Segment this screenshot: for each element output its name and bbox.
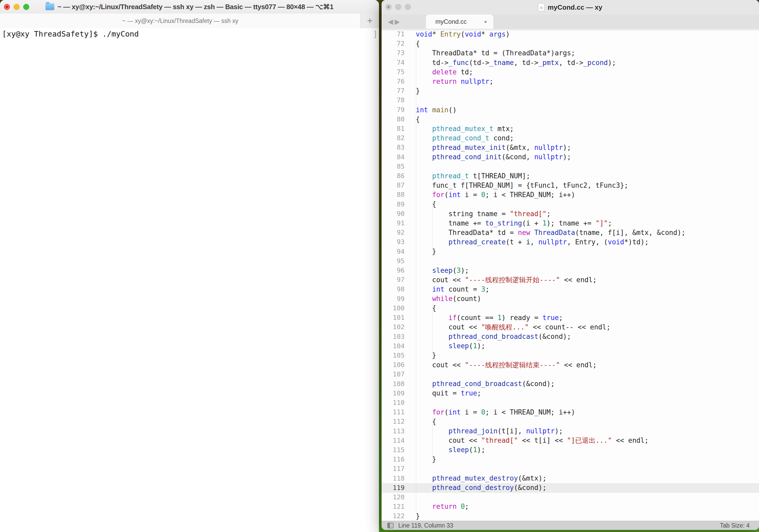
plus-icon: +	[367, 16, 373, 26]
terminal-tab[interactable]: ~ — xy@xy:~/Linux/ThreadSafety — ssh xy	[0, 14, 361, 28]
code-line: {	[416, 303, 685, 313]
editor-tab-label: myCond.cc	[426, 18, 467, 25]
code-line: }	[416, 247, 685, 256]
forward-icon[interactable]: ▶	[395, 18, 400, 26]
line-number: 98	[381, 285, 405, 294]
code-line: if(count == 1) ready = true;	[416, 313, 685, 322]
editor-tab[interactable]: myCond.cc ●	[426, 15, 493, 29]
back-icon[interactable]: ◀	[388, 18, 393, 26]
editor-window-title: myCond.cc — xy	[547, 3, 602, 12]
document-icon: s	[538, 3, 544, 11]
line-number: 74	[381, 58, 405, 67]
code-line: {	[416, 199, 685, 209]
panel-toggle-icon[interactable]	[387, 523, 394, 528]
code-line	[416, 370, 685, 379]
code-line: return nullptr;	[416, 77, 685, 86]
line-number: 95	[381, 256, 405, 266]
line-number: 116	[381, 455, 405, 464]
line-number: 105	[381, 351, 405, 360]
terminal-tab-label: ~ — xy@xy:~/Linux/ThreadSafety — ssh xy	[122, 18, 238, 24]
code-line: string tname = "thread[";	[416, 209, 685, 219]
editor-tabbar: ◀ ▶ myCond.cc ●	[381, 15, 759, 29]
folder-icon	[45, 3, 54, 10]
line-number: 96	[381, 266, 405, 275]
code-line: pthread_t t[THREAD_NUM];	[416, 171, 685, 181]
line-number: 107	[381, 370, 405, 379]
code-line: int count = 3;	[416, 285, 685, 294]
line-number: 90	[381, 209, 405, 219]
line-number: 75	[381, 67, 405, 77]
line-number: 101	[381, 313, 405, 322]
line-number: 114	[381, 436, 405, 445]
code-line: cout << "唤醒线程..." << count-- << endl;	[416, 322, 685, 332]
code-line: func_t f[THREAD_NUM] = {tFunc1, tFunc2, …	[416, 181, 685, 190]
line-number: 83	[381, 143, 405, 152]
line-number: 118	[381, 474, 405, 483]
tabbar-shadow	[381, 29, 759, 31]
editor-titlebar[interactable]: s myCond.cc — xy	[381, 0, 759, 15]
code-line: for(int i = 0; i < THREAD_NUM; i++)	[416, 407, 685, 417]
line-number: 103	[381, 332, 405, 342]
code-line: cout << "----线程控制逻辑开始----" << endl;	[416, 275, 685, 285]
code-line: {	[416, 39, 685, 48]
line-number: 106	[381, 360, 405, 370]
code-line	[416, 492, 685, 502]
code-line: quit = true;	[416, 389, 685, 398]
code-line: }	[416, 86, 685, 96]
line-number: 108	[381, 379, 405, 389]
code-line: while(count)	[416, 294, 685, 303]
line-number: 97	[381, 275, 405, 285]
code-line	[416, 464, 685, 473]
line-number: 113	[381, 427, 405, 436]
line-number: 72	[381, 39, 405, 48]
tab-size[interactable]: Tab Size: 4	[720, 522, 750, 529]
code-line: return 0;	[416, 502, 685, 511]
code-line: pthread_mutex_init(&mtx, nullptr);	[416, 143, 685, 152]
line-number: 78	[381, 96, 405, 105]
code-line: ThreadData* td = new ThreadData(tname, f…	[416, 228, 685, 237]
terminal-tabbar: ~ — xy@xy:~/Linux/ThreadSafety — ssh xy …	[0, 14, 379, 28]
line-number: 122	[381, 512, 405, 521]
code-line: sleep(3);	[416, 266, 685, 275]
line-number: 120	[381, 493, 405, 502]
terminal-window: ~ — xy@xy:~/Linux/ThreadSafety — ssh xy …	[0, 0, 379, 532]
close-button[interactable]	[4, 4, 10, 10]
code-line: pthread_cond_t cond;	[416, 133, 685, 143]
terminal-titlebar[interactable]: ~ — xy@xy:~/Linux/ThreadSafety — ssh xy …	[0, 0, 379, 14]
gutter: 7172737475767778798081828384858687888990…	[381, 29, 405, 521]
line-number: 119	[381, 483, 405, 493]
code-line: cout << "thread[" << t[i] << "]已退出..." <…	[416, 436, 685, 445]
code-line: pthread_cond_destroy(&cond);	[416, 483, 685, 492]
line-number: 111	[381, 407, 405, 417]
line-number: 77	[381, 86, 405, 96]
line-number: 79	[381, 105, 405, 115]
minimize-button[interactable]	[395, 4, 401, 10]
code-line: }	[416, 455, 685, 464]
modified-dot-icon: ●	[484, 19, 487, 24]
code-line: sleep(1);	[416, 341, 685, 350]
code-lines: void* Entry(void* args){ ThreadData* td …	[416, 29, 685, 521]
line-number: 102	[381, 322, 405, 332]
new-tab-button[interactable]: +	[361, 14, 379, 28]
line-number: 91	[381, 219, 405, 228]
code-line	[416, 398, 685, 407]
code-line: cout << "----线程控制逻辑结束----" << endl;	[416, 360, 685, 370]
zoom-button[interactable]	[405, 4, 411, 10]
code-line: int main()	[416, 105, 685, 115]
minimize-button[interactable]	[14, 4, 20, 10]
code-line: td->_func(td->_tname, td->_pmtx, td->_pc…	[416, 58, 685, 67]
close-button[interactable]	[385, 4, 391, 10]
line-number: 109	[381, 389, 405, 398]
zoom-button[interactable]	[23, 4, 29, 10]
line-number: 94	[381, 247, 405, 256]
code-line: sleep(1);	[416, 445, 685, 455]
code-line: delete td;	[416, 67, 685, 77]
terminal-window-title: ~ — xy@xy:~/Linux/ThreadSafety — ssh xy …	[58, 3, 333, 11]
code-area[interactable]: 7172737475767778798081828384858687888990…	[381, 29, 759, 521]
terminal-scroll-mark: ]	[373, 29, 378, 39]
code-line: ThreadData* td = (ThreadData*)args;	[416, 48, 685, 58]
line-number: 110	[381, 398, 405, 407]
terminal-content[interactable]: [xy@xy ThreadSafety]$ ./myCond ]	[0, 28, 379, 532]
line-number: 99	[381, 294, 405, 304]
line-number: 112	[381, 417, 405, 426]
